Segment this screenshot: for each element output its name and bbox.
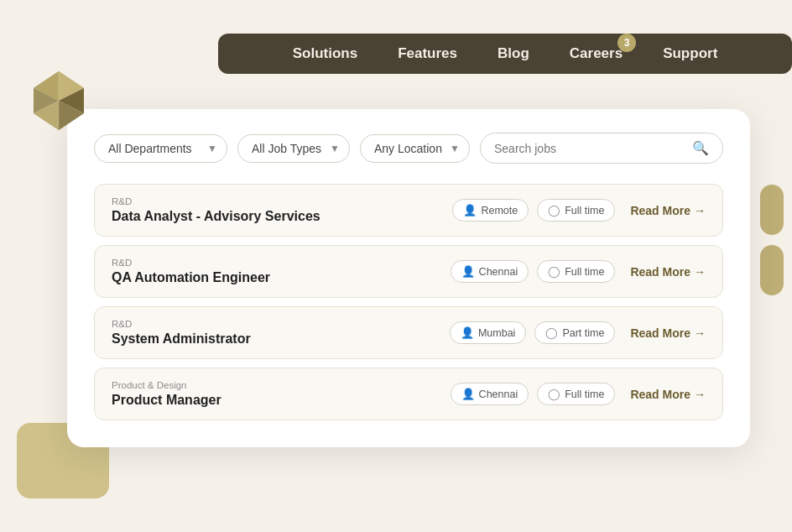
filter-row: All Departments R&D Product & Design Mar… [94, 133, 723, 164]
clock-icon-4: ◯ [548, 388, 560, 400]
main-card: All Departments R&D Product & Design Mar… [67, 109, 750, 447]
nav-item-support[interactable]: Support [663, 45, 717, 62]
arrow-icon-2: → [694, 265, 706, 279]
read-more-button-3[interactable]: Read More → [630, 326, 706, 340]
search-input[interactable] [494, 142, 685, 155]
clock-icon-3: ◯ [545, 326, 558, 339]
arrow-icon-1: → [694, 204, 706, 217]
job-info-4: Product & Design Product Manager [112, 380, 221, 408]
job-title-3: System Administrator [112, 331, 251, 347]
job-title-4: Product Manager [112, 393, 221, 408]
search-wrapper: 🔍 [480, 133, 723, 164]
job-dept-3: R&D [112, 319, 251, 329]
read-more-button-4[interactable]: Read More → [630, 388, 706, 401]
table-row: Product & Design Product Manager 👤 Chenn… [94, 368, 723, 420]
department-filter-wrapper: All Departments R&D Product & Design Mar… [94, 134, 227, 163]
read-more-button-2[interactable]: Read More → [630, 265, 706, 279]
job-tags-1: 👤 Remote ◯ Full time Read More → [452, 199, 706, 222]
location-tag-2: 👤 Chennai [451, 260, 529, 283]
clock-icon-2: ◯ [548, 265, 560, 278]
job-info-3: R&D System Administrator [112, 319, 251, 347]
location-tag-1: 👤 Remote [452, 199, 529, 222]
job-tags-2: 👤 Chennai ◯ Full time Read More → [451, 260, 706, 283]
job-title-1: Data Analyst - Advisory Services [112, 209, 320, 224]
location-icon-2: 👤 [461, 265, 475, 278]
arrow-icon-4: → [694, 388, 706, 401]
job-info-1: R&D Data Analyst - Advisory Services [112, 196, 320, 224]
location-icon-4: 👤 [461, 388, 475, 400]
type-tag-4: ◯ Full time [537, 383, 615, 405]
job-type-filter-wrapper: All Job Types Full time Part time Contra… [237, 134, 350, 163]
job-tags-4: 👤 Chennai ◯ Full time Read More → [451, 383, 706, 405]
job-title-2: QA Automation Engineer [112, 270, 270, 285]
type-tag-1: ◯ Full time [537, 199, 615, 222]
diamond-logo [25, 67, 92, 134]
job-info-2: R&D QA Automation Engineer [112, 258, 270, 285]
job-dept-4: Product & Design [112, 380, 221, 390]
location-tag-4: 👤 Chennai [451, 383, 529, 405]
job-type-filter[interactable]: All Job Types Full time Part time Contra… [237, 134, 350, 163]
job-list: R&D Data Analyst - Advisory Services 👤 R… [94, 184, 723, 420]
type-tag-2: ◯ Full time [537, 260, 615, 283]
location-tag-3: 👤 Mumbai [450, 321, 526, 344]
job-tags-3: 👤 Mumbai ◯ Part time Read More → [450, 321, 706, 344]
navbar: Solutions Features Blog Careers 3 Suppor… [218, 34, 792, 74]
job-dept-1: R&D [112, 196, 320, 206]
nav-item-solutions[interactable]: Solutions [293, 45, 357, 62]
nav-item-features[interactable]: Features [398, 45, 457, 62]
job-dept-2: R&D [112, 258, 270, 268]
location-icon-3: 👤 [461, 326, 474, 339]
location-icon-1: 👤 [463, 204, 477, 216]
table-row: R&D QA Automation Engineer 👤 Chennai ◯ F… [94, 245, 723, 298]
search-icon[interactable]: 🔍 [692, 140, 709, 156]
location-filter-wrapper: Any Location Remote Chennai Mumbai Banga… [360, 134, 470, 163]
table-row: R&D System Administrator 👤 Mumbai ◯ Part… [94, 306, 723, 359]
nav-item-careers[interactable]: Careers 3 [570, 45, 623, 62]
clock-icon-1: ◯ [548, 204, 560, 216]
department-filter[interactable]: All Departments R&D Product & Design Mar… [94, 134, 227, 163]
location-filter[interactable]: Any Location Remote Chennai Mumbai Banga… [360, 134, 470, 163]
read-more-button-1[interactable]: Read More → [630, 204, 706, 217]
nav-item-blog[interactable]: Blog [498, 45, 529, 62]
careers-badge: 3 [617, 34, 636, 52]
deco-pills-right [760, 185, 784, 302]
type-tag-3: ◯ Part time [534, 321, 615, 344]
arrow-icon-3: → [694, 326, 706, 340]
table-row: R&D Data Analyst - Advisory Services 👤 R… [94, 184, 723, 237]
